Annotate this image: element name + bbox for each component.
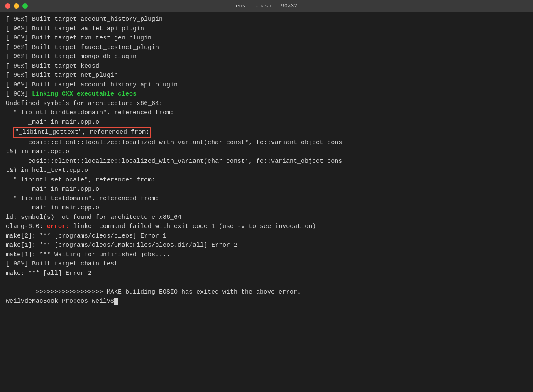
line-1: [ 96%] Built target account_history_plug… — [6, 15, 527, 24]
line-16: "_libintl_setlocale", referenced from: — [6, 176, 527, 185]
line-13: "_libintl_gettext", referenced from: — [6, 127, 527, 138]
line-28: >>>>>>>>>>>>>>>>>> MAKE building EOSIO h… — [6, 288, 527, 297]
line-18: "_libintl_textdomain", referenced from: — [6, 194, 527, 204]
minimize-button[interactable] — [14, 3, 19, 9]
line-14: eosio::client::localize::localized_with_… — [6, 138, 527, 148]
maximize-button[interactable] — [22, 3, 28, 9]
line-3: [ 96%] Built target txn_test_gen_plugin — [6, 34, 527, 43]
window-title: eos — -bash — 90×32 — [236, 3, 297, 9]
line-21: clang-6.0: error: linker command failed … — [6, 222, 527, 232]
line-6: [ 96%] Built target keosd — [6, 62, 527, 71]
line-27 — [6, 278, 527, 288]
terminal-window: eos — -bash — 90×32 [ 96%] Built target … — [0, 0, 533, 392]
line-11: "_libintl_bindtextdomain", referenced fr… — [6, 108, 527, 118]
line-24: make[1]: *** Waiting for unfinished jobs… — [6, 250, 527, 260]
line-14b: t&) in main.cpp.o — [6, 147, 527, 157]
line-19: _main in main.cpp.o — [6, 203, 527, 213]
prompt-text: weilvdeMacBook-Pro:eos weilv$ — [6, 297, 114, 306]
line-10: Undefined symbols for architecture x86_6… — [6, 99, 527, 109]
line-7: [ 96%] Built target net_plugin — [6, 71, 527, 81]
line-26: make: *** [all] Error 2 — [6, 269, 527, 279]
line-20: ld: symbol(s) not found for architecture… — [6, 213, 527, 223]
prompt-line[interactable]: weilvdeMacBook-Pro:eos weilv$ — [6, 297, 527, 306]
title-bar: eos — -bash — 90×32 — [0, 0, 533, 12]
terminal-body[interactable]: [ 96%] Built target account_history_plug… — [0, 12, 533, 392]
line-5: [ 96%] Built target mongo_db_plugin — [6, 52, 527, 62]
line-25: [ 98%] Built target chain_test — [6, 260, 527, 269]
line-4: [ 96%] Built target faucet_testnet_plugi… — [6, 43, 527, 53]
line-2: [ 96%] Built target wallet_api_plugin — [6, 24, 527, 34]
cursor — [114, 298, 118, 305]
line-22: make[2]: *** [programs/cleos/cleos] Erro… — [6, 232, 527, 241]
line-12: _main in main.cpp.o — [6, 118, 527, 127]
line-9: [ 96%] Linking CXX executable cleos — [6, 90, 527, 99]
close-button[interactable] — [5, 3, 10, 9]
line-23: make[1]: *** [programs/cleos/CMakeFiles/… — [6, 241, 527, 250]
line-17: _main in main.cpp.o — [6, 185, 527, 194]
line-15: eosio::client::localize::localized_with_… — [6, 157, 527, 167]
line-15b: t&) in help_text.cpp.o — [6, 166, 527, 176]
window-controls — [5, 3, 28, 9]
line-8: [ 96%] Built target account_history_api_… — [6, 81, 527, 90]
